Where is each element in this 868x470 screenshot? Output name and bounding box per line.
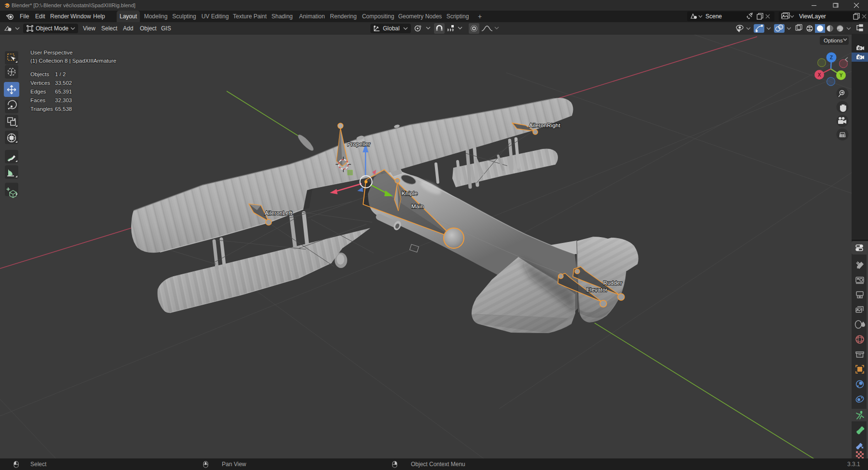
svg-text:(1) Collection 8 | SpadXIIIArm: (1) Collection 8 | SpadXIIIArmature xyxy=(30,58,116,64)
svg-text:Rudder: Rudder xyxy=(603,280,622,286)
svg-text:ViewLayer: ViewLayer xyxy=(799,13,826,20)
svg-text:Y: Y xyxy=(840,73,843,78)
svg-text:Options: Options xyxy=(824,38,843,43)
svg-text:1 / 2: 1 / 2 xyxy=(55,71,66,77)
svg-text:Z: Z xyxy=(830,55,833,60)
svg-text:33,502: 33,502 xyxy=(55,80,72,86)
svg-text:User Perspective: User Perspective xyxy=(30,50,73,55)
svg-text:Main: Main xyxy=(411,203,424,209)
svg-text:AileronLeft: AileronLeft xyxy=(265,210,293,216)
svg-text:Edges: Edges xyxy=(30,89,46,94)
svg-text:Triangles: Triangles xyxy=(30,106,53,112)
svg-text:AileronRight: AileronRight xyxy=(529,122,561,128)
svg-text:Scene: Scene xyxy=(705,13,722,20)
svg-text:X: X xyxy=(818,72,821,78)
svg-text:Propeller: Propeller xyxy=(347,141,370,147)
svg-text:Faces: Faces xyxy=(30,97,46,103)
svg-text:Vertices: Vertices xyxy=(30,80,50,86)
svg-text:65,538: 65,538 xyxy=(55,106,72,112)
svg-text:Kniple: Kniple xyxy=(402,190,418,196)
svg-text:32,303: 32,303 xyxy=(55,97,72,103)
svg-text:65,391: 65,391 xyxy=(55,89,72,94)
svg-text:Objects: Objects xyxy=(30,71,49,77)
svg-text:Elevator: Elevator xyxy=(586,287,608,293)
